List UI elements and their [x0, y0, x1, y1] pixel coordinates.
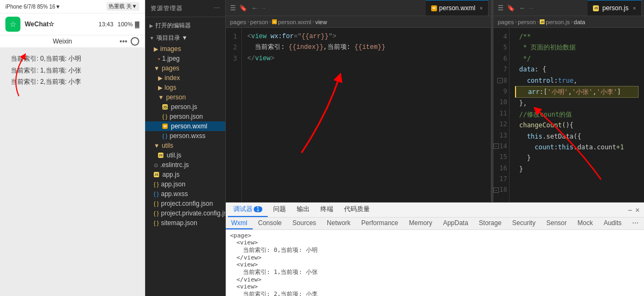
file-sitemap[interactable]: { } sitemap.json [145, 218, 225, 228]
dt-tab-more[interactable]: ⋯ [627, 218, 644, 229]
pages-fold-icon: ▼ [154, 65, 160, 71]
dt-tab-appdata[interactable]: AppData [438, 218, 474, 229]
dt-tab-performance[interactable]: Performance [356, 218, 404, 229]
file-person-wxss[interactable]: { } person.wxss [145, 131, 225, 141]
js-tab[interactable]: JS person.js × [588, 0, 642, 16]
wxml-breadcrumb-pages: pages [230, 19, 246, 25]
dt-tab-memory[interactable]: Memory [404, 218, 438, 229]
js-bookmark-icon[interactable]: 🔖 [507, 4, 515, 12]
wxss-file-icon: { } [162, 133, 167, 139]
folder-images-label: images [160, 45, 181, 53]
file-person-wxml[interactable]: W person.wxml [145, 121, 225, 131]
file-person-wxml-label: person.wxml [171, 122, 207, 130]
dt-tab-console[interactable]: Console [253, 218, 287, 229]
console-line-view1-open: <view> [230, 239, 644, 246]
file-sitemap-label: sitemap.json [161, 219, 197, 227]
js-breadcrumb-pages: pages [498, 19, 514, 25]
wxml-nav-forward-icon[interactable]: → [260, 4, 267, 12]
folder-utils-label: utils [162, 142, 173, 149]
dt-tab-security[interactable]: Security [507, 218, 541, 229]
devtools-tab-issues[interactable]: 问题 [268, 203, 291, 217]
folder-index[interactable]: ▶ index [145, 73, 225, 83]
open-editors-label: 打开的编辑器 [155, 21, 191, 30]
console-line-page: <page> [230, 232, 644, 239]
fold-icon-14[interactable]: - [493, 143, 499, 149]
terminal-label: 终端 [320, 205, 333, 213]
file-project-private[interactable]: { } project.private.config.js [145, 208, 225, 218]
file-1jpeg[interactable]: ▪ 1.jpeg [145, 54, 225, 63]
sources-tab-text: Sources [292, 219, 316, 227]
contact-name: Weixin [5, 38, 119, 45]
devtools-tab-quality[interactable]: 代码质量 [339, 203, 375, 217]
js-line-15: this.setData({ [515, 131, 639, 142]
file-eslintrc[interactable]: ⊙ .eslintrc.js [145, 160, 225, 170]
folder-utils[interactable]: ▼ utils [145, 141, 225, 150]
devtools-minimize-icon[interactable]: − [628, 206, 632, 214]
wxml-code-area[interactable]: <view wx:for="{{arr}}"> 当前索引: {{index}},… [242, 28, 491, 202]
wxml-tab-file-icon: W [431, 5, 437, 11]
js-breadcrumb-sep1: › [515, 19, 517, 25]
logs-fold-icon: ▶ [158, 84, 162, 91]
json-file-icon: { } [162, 114, 167, 120]
js-file-icon: JS [162, 104, 168, 110]
file-app-js[interactable]: JS app.js [145, 170, 225, 179]
person-fold-icon: ▼ [158, 94, 164, 100]
dt-tab-storage[interactable]: Storage [474, 218, 507, 229]
file-project-config[interactable]: { } project.config.json [145, 199, 225, 208]
file-person-json[interactable]: { } person.json [145, 112, 225, 121]
wxml-code-line-2: 当前索引: {{index}},当前项: {{item}} [247, 42, 485, 53]
folder-pages[interactable]: ▼ pages [145, 63, 225, 73]
project-section[interactable]: ▼ 项目目录 ▼ [145, 32, 225, 44]
dt-tab-network[interactable]: Network [321, 218, 356, 229]
devtools-left-panel: Wxml Console Sources Network Performance… [226, 218, 644, 296]
devtools-tab-debugger[interactable]: 调试器 1 [228, 203, 268, 217]
folder-logs-label: logs [164, 84, 176, 91]
security-tab-text: Security [512, 219, 535, 227]
open-editors-section[interactable]: ▶ 打开的编辑器 [145, 19, 225, 32]
js-line-18: } [515, 164, 639, 175]
js-nav-forward-icon[interactable]: → [528, 4, 534, 12]
file-person-js[interactable]: JS person.js [145, 102, 225, 112]
folder-logs[interactable]: ▶ logs [145, 83, 225, 92]
fold-icon-18[interactable]: - [493, 187, 499, 193]
devtools-close-icon[interactable]: × [635, 206, 640, 214]
chat-dots-icon[interactable]: ••• [119, 37, 127, 46]
folder-person[interactable]: ▼ person [145, 92, 225, 102]
wxml-nav-back-icon[interactable]: ← [252, 4, 258, 12]
file-eslintrc-label: .eslintrc.js [160, 161, 189, 169]
wxml-breadcrumb-sep2: › [269, 19, 271, 25]
js-tab-file-icon: JS [593, 5, 599, 11]
js-code-area[interactable]: /** * 页面的初始数据 */ data: { control:true, a… [510, 28, 644, 202]
folder-images[interactable]: ▶ images [145, 44, 225, 54]
file-app-json[interactable]: { } app.json [145, 179, 225, 189]
js-tab-close-icon[interactable]: × [633, 5, 636, 11]
dt-tab-mock[interactable]: Mock [572, 218, 598, 229]
devtools-tab-terminal[interactable]: 终端 [315, 203, 339, 217]
js-line-13: //修改count的值 [515, 109, 639, 120]
file-app-wxss[interactable]: { } app.wxss [145, 189, 225, 199]
project-private-icon: { } [154, 211, 159, 216]
folder-pages-label: pages [162, 64, 180, 72]
devtools-tab-output[interactable]: 输出 [291, 203, 315, 217]
js-editor-menu-icon[interactable]: ☰ [498, 4, 504, 12]
heat-reload-label[interactable]: 热重载 关▼ [106, 2, 139, 11]
file-util-js[interactable]: JS util.js [145, 150, 225, 160]
folder-icon: ▶ [154, 46, 158, 53]
dt-tab-sensor[interactable]: Sensor [541, 218, 572, 229]
project-fold-icon: ▼ [149, 35, 154, 41]
record-icon[interactable] [131, 37, 139, 46]
js-nav-back-icon[interactable]: ← [519, 4, 526, 12]
file-person-json-label: person.json [169, 113, 203, 120]
dt-tab-audits[interactable]: Audits [598, 218, 627, 229]
console-area[interactable]: <page> <view> 当前索引: 0,当前项: 小明 </view> <v… [226, 230, 644, 296]
explorer-menu-icon[interactable]: ⋯ [214, 5, 220, 12]
dt-tab-wxml[interactable]: Wxml [226, 218, 253, 229]
wxml-bookmark-icon[interactable]: 🔖 [239, 4, 247, 12]
debugger-tab-label: 调试器 [233, 205, 253, 214]
wxml-tab[interactable]: W person.wxml × [426, 0, 489, 16]
wxml-tab-close-icon[interactable]: × [480, 5, 483, 11]
file-util-js-label: util.js [167, 151, 181, 159]
wxml-editor-menu-icon[interactable]: ☰ [230, 4, 236, 12]
fold-icon-8[interactable]: - [497, 78, 503, 83]
dt-tab-sources[interactable]: Sources [287, 218, 321, 229]
